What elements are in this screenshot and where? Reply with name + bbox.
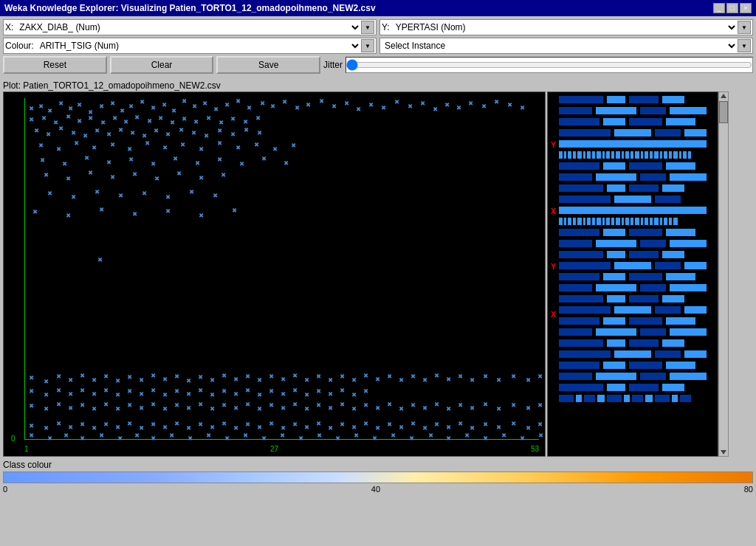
svg-text:×: × [166,207,170,215]
svg-text:×: × [131,129,134,136]
svg-rect-356 [630,151,633,159]
svg-text:×: × [54,119,58,126]
svg-text:×: × [214,106,218,113]
svg-text:×: × [69,390,72,398]
svg-rect-351 [606,151,610,159]
svg-text:×: × [133,170,137,178]
svg-rect-331 [559,118,599,125]
svg-text:×: × [116,377,120,384]
scroll-thumb[interactable] [719,101,728,123]
svg-text:×: × [231,131,235,138]
scatter-wrapper: 0 1 27 53 × × × × × × × × × × [3,91,546,457]
svg-text:×: × [140,98,144,106]
select-instance-arrow[interactable]: ▼ [738,39,751,52]
svg-text:×: × [163,391,167,398]
maximize-button[interactable]: □ [726,3,738,13]
svg-text:×: × [75,139,78,147]
svg-rect-417 [640,240,666,247]
select-instance-dropdown[interactable]: Select Instance ▼ [379,38,753,54]
minimize-button[interactable]: _ [713,3,725,13]
svg-rect-422 [662,251,684,258]
svg-rect-469 [629,384,659,391]
svg-text:×: × [512,401,515,409]
y-axis-select[interactable]: YPERTASI (Nom) [393,20,738,35]
svg-rect-323 [559,96,603,103]
svg-text:×: × [199,174,203,182]
svg-text:×: × [225,435,229,442]
scroll-down-arrow[interactable] [721,450,726,455]
colour-arrow[interactable]: ▼ [361,39,374,52]
scroll-up-arrow[interactable] [721,94,726,98]
save-button[interactable]: Save [216,56,320,74]
svg-rect-437 [629,295,659,303]
x-axis-label: X: [5,22,13,32]
svg-rect-375 [640,173,666,181]
svg-text:×: × [520,435,524,442]
x-axis-dropdown[interactable]: X: ZAKX_DIAB_ (Num) ▼ [3,19,377,35]
svg-rect-419 [559,251,603,258]
svg-rect-327 [559,107,592,114]
svg-rect-430 [666,273,695,280]
select-instance-select[interactable]: Select Instance [382,38,738,53]
svg-rect-408 [664,218,667,225]
svg-text:×: × [35,127,38,134]
svg-rect-412 [603,229,625,236]
svg-text:×: × [69,424,72,431]
svg-rect-348 [592,151,595,159]
svg-text:×: × [320,97,323,105]
right-scrollbar[interactable] [718,91,729,457]
svg-text:×: × [166,193,170,201]
svg-text:×: × [129,103,133,110]
svg-text:×: × [199,373,202,381]
svg-text:×: × [182,97,186,105]
svg-rect-400 [625,218,629,225]
svg-text:×: × [129,156,133,163]
svg-text:×: × [66,212,70,219]
y-axis-arrow[interactable]: ▼ [738,21,751,34]
y-axis-dropdown[interactable]: Y: YPERTASI (Nom) ▼ [379,19,753,35]
svg-text:×: × [95,188,99,196]
jitter-slider[interactable] [346,59,752,71]
clear-button[interactable]: Clear [110,56,214,74]
svg-rect-423 [559,262,611,269]
svg-text:×: × [41,156,44,164]
svg-text:×: × [30,402,33,410]
colour-select[interactable]: ARITH_TSIG (Num) [37,38,361,53]
svg-rect-421 [629,251,659,258]
svg-text:×: × [411,373,415,380]
x-axis-arrow[interactable]: ▼ [361,21,374,34]
svg-text:×: × [187,424,190,432]
svg-rect-416 [596,240,636,247]
x-axis-select[interactable]: ZAKX_DIAB_ (Num) [16,20,361,35]
close-button[interactable]: × [740,3,752,13]
colour-label: Colour: [5,41,34,51]
svg-text:×: × [520,104,524,111]
svg-rect-406 [654,218,659,225]
svg-rect-405 [650,218,653,225]
svg-text:×: × [234,376,238,383]
svg-text:×: × [357,106,360,113]
svg-text:×: × [352,391,356,398]
window-controls[interactable]: _ □ × [713,3,752,13]
svg-text:×: × [128,387,131,395]
svg-rect-457 [655,350,681,358]
svg-text:×: × [111,141,114,148]
colour-dropdown[interactable]: Colour: ARITH_TSIG (Num) ▼ [3,38,377,54]
reset-button[interactable]: Reset [3,56,107,74]
svg-rect-369 [559,162,599,170]
svg-text:×: × [411,401,415,409]
svg-rect-373 [559,173,592,181]
svg-rect-433 [640,284,666,291]
svg-rect-443 [559,317,599,325]
svg-rect-424 [614,262,651,269]
svg-text:×: × [421,100,425,107]
svg-rect-340 [559,140,707,148]
svg-text:×: × [388,421,391,428]
svg-text:×: × [42,114,46,122]
svg-text:×: × [145,139,149,147]
svg-rect-329 [640,107,666,114]
svg-text:×: × [221,171,225,179]
svg-text:×: × [508,101,512,108]
svg-text:×: × [92,144,96,151]
right-y-label: Y [551,262,556,271]
